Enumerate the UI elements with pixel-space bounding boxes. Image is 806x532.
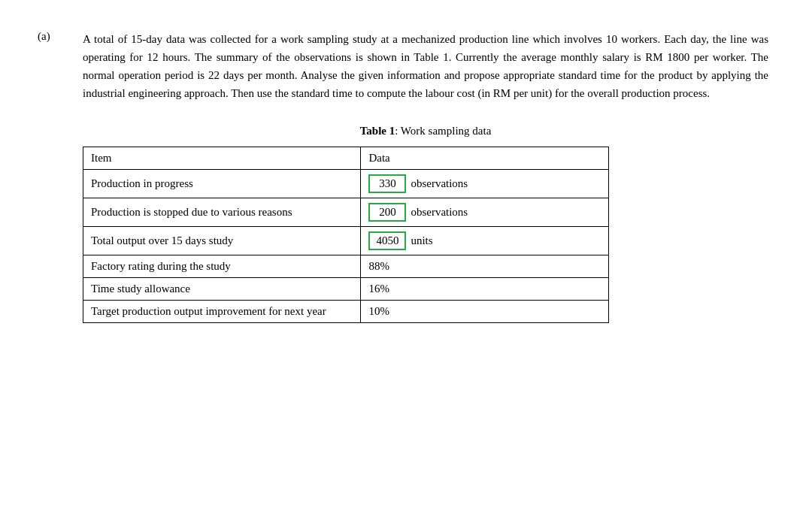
table-title-suffix: : Work sampling data xyxy=(395,125,491,137)
table-row: Production is stopped due to various rea… xyxy=(83,198,609,227)
row-item: Total output over 15 days study xyxy=(83,227,361,255)
data-table: Item Data Production in progress 330 obs… xyxy=(83,147,609,323)
row-item: Time study allowance xyxy=(83,278,361,301)
row-item: Target production output improvement for… xyxy=(83,301,361,323)
row-item: Production is stopped due to various rea… xyxy=(83,198,361,227)
table-title-bold: Table 1 xyxy=(360,125,395,137)
data-unit: units xyxy=(411,234,432,247)
row-data: 88% xyxy=(361,255,609,278)
row-item: Factory rating during the study xyxy=(83,255,361,278)
header-item: Item xyxy=(83,147,361,170)
data-cell-inner: 330 observations xyxy=(368,174,601,193)
table-row: Factory rating during the study 88% xyxy=(83,255,609,278)
table-row: Target production output improvement for… xyxy=(83,301,609,323)
question-block: (a) A total of 15-day data was collected… xyxy=(38,30,768,102)
table-row: Total output over 15 days study 4050 uni… xyxy=(83,227,609,255)
table-section: Table 1: Work sampling data Item Data Pr… xyxy=(83,125,768,323)
row-data: 16% xyxy=(361,278,609,301)
data-unit: observations xyxy=(411,177,468,190)
data-cell-inner: 200 observations xyxy=(368,203,601,222)
value-box: 330 xyxy=(368,174,406,193)
row-data: 10% xyxy=(361,301,609,323)
data-cell-inner: 4050 units xyxy=(368,231,601,250)
table-header-row: Item Data xyxy=(83,147,609,170)
table-row: Production in progress 330 observations xyxy=(83,170,609,198)
header-data: Data xyxy=(361,147,609,170)
data-unit: observations xyxy=(411,206,468,219)
row-data: 200 observations xyxy=(361,198,609,227)
row-data: 4050 units xyxy=(361,227,609,255)
question-text: A total of 15-day data was collected for… xyxy=(83,30,768,102)
value-box: 200 xyxy=(368,203,406,222)
table-title: Table 1: Work sampling data xyxy=(83,125,768,138)
row-data: 330 observations xyxy=(361,170,609,198)
table-row: Time study allowance 16% xyxy=(83,278,609,301)
value-box: 4050 xyxy=(368,231,406,250)
question-label: (a) xyxy=(38,30,68,102)
row-item: Production in progress xyxy=(83,170,361,198)
